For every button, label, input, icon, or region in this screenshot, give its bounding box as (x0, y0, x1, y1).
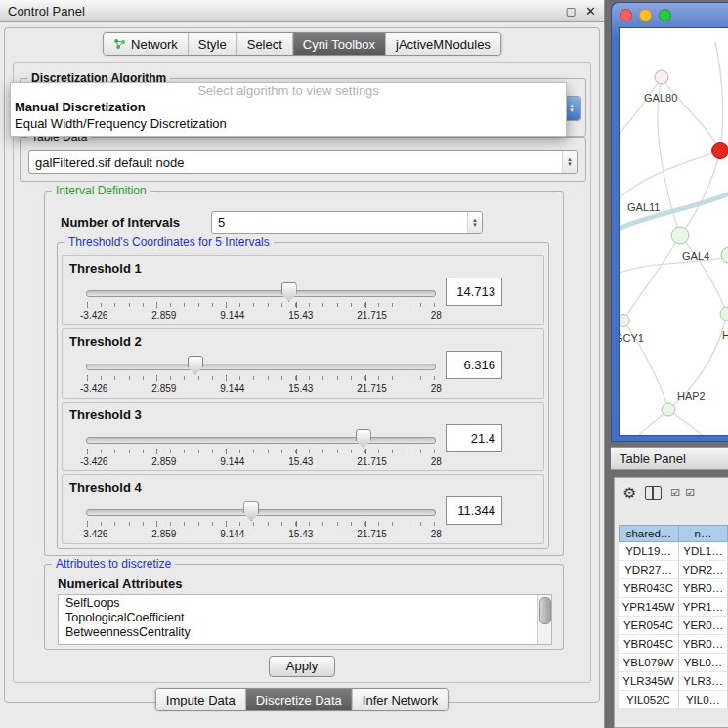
tab-jactivemnodules[interactable]: jActiveMNodules (385, 33, 500, 55)
threshold-value-field[interactable]: 6.316 (446, 351, 502, 379)
scale-label: 21.715 (357, 456, 387, 467)
tab-select[interactable]: Select (236, 33, 292, 55)
network-icon (113, 38, 126, 50)
node-gcy1[interactable] (620, 315, 630, 327)
tab-label: Cyni Toolbox (303, 37, 375, 52)
slider-track[interactable] (86, 364, 436, 370)
minimize-traffic-icon[interactable] (639, 9, 652, 21)
table-data-combo[interactable]: galFiltered.sif default node ▲ ▼ (28, 150, 578, 174)
slider-thumb[interactable] (243, 501, 259, 521)
threshold-slider[interactable]: -3.4262.8599.14415.4321.71528 (86, 281, 436, 322)
table-row[interactable]: YDL19…YDL1… (619, 542, 728, 561)
list-scrollbar[interactable] (537, 595, 551, 644)
table-cell[interactable]: YDR27… (619, 561, 679, 579)
table-row[interactable]: YLR345WYLR3… (619, 672, 728, 691)
tab-label: Impute Data (166, 693, 236, 707)
table-cell[interactable]: YDL1… (679, 542, 728, 561)
tab-impute-data[interactable]: Impute Data (156, 689, 245, 710)
select-columns-icon[interactable]: ☑ ☑ (670, 487, 696, 499)
stepper-down-icon: ▼ (569, 108, 575, 113)
attribute-list-item[interactable]: TopologicalCoefficient (65, 611, 537, 625)
attribute-list-item[interactable]: BetweennessCentrality (65, 625, 537, 640)
column-header-name[interactable]: n… (679, 525, 728, 542)
table-row[interactable]: YPR145WYPR1… (619, 598, 728, 617)
table-cell[interactable]: YIL0… (679, 691, 728, 709)
node-selected-red[interactable] (712, 143, 728, 159)
tab-network[interactable]: Network (104, 33, 188, 55)
apply-button[interactable]: Apply (269, 656, 335, 677)
threshold-value-field[interactable]: 11.344 (446, 496, 502, 525)
gear-icon[interactable]: ⚙ (622, 484, 636, 502)
table-cell[interactable]: YLR345W (619, 672, 679, 691)
column-header-shared[interactable]: shared… (619, 525, 679, 542)
threshold-slider[interactable]: -3.4262.8599.14415.4321.71528 (86, 428, 436, 469)
zoom-traffic-icon[interactable] (659, 9, 671, 21)
combo-stepper-icon[interactable]: ▲ ▼ (562, 151, 577, 173)
attribute-list-item[interactable]: SelfLoops (65, 596, 537, 611)
table-panel-titlebar[interactable]: Table Panel (611, 447, 728, 470)
table-cell[interactable]: YBL0… (679, 654, 728, 672)
bottom-tab-bar: Impute Data Discretize Data Infer Networ… (155, 688, 449, 711)
table-cell[interactable]: YPR1… (679, 598, 728, 617)
table-cell[interactable]: YBR0… (679, 579, 728, 598)
node-gal80[interactable] (655, 70, 668, 84)
threshold-slider[interactable]: -3.4262.8599.14415.4321.71528 (86, 355, 436, 396)
tab-infer-network[interactable]: Infer Network (352, 689, 448, 710)
node-label: GAL4 (682, 250, 709, 262)
close-traffic-icon[interactable] (620, 9, 632, 21)
table-cell[interactable]: YER054C (619, 617, 679, 635)
threshold-slider[interactable]: -3.4262.8599.14415.4321.71528 (86, 500, 436, 541)
popup-item-equal-width[interactable]: Equal Width/Frequency Discretization (11, 115, 566, 132)
table-cell[interactable]: YDR2… (679, 561, 728, 579)
table-row[interactable]: YIL052CYIL0… (619, 691, 728, 709)
slider-minor-ticks (87, 522, 435, 526)
table-cell[interactable]: YLR3… (679, 672, 728, 691)
table-row[interactable]: YBR045CYBR0… (619, 635, 728, 654)
columns-icon[interactable] (645, 486, 662, 500)
popup-item-manual[interactable]: Manual Discretization (11, 99, 566, 115)
network-canvas[interactable]: GAL80 GAL11 GAL4 GCY1 HAP2 H (619, 27, 728, 436)
node-gal4[interactable] (671, 227, 689, 244)
table-cell[interactable]: YBL079W (619, 654, 679, 672)
tab-cyni-toolbox[interactable]: Cyni Toolbox (292, 33, 385, 55)
threshold-value-field[interactable]: 21.4 (446, 424, 502, 452)
slider-thumb[interactable] (188, 356, 203, 375)
float-window-icon[interactable]: ▢ (566, 5, 576, 18)
node-label: GAL11 (627, 201, 660, 213)
table-header-row: shared… n… (619, 525, 728, 542)
slider-thumb[interactable] (356, 429, 371, 449)
tab-discretize-data[interactable]: Discretize Data (245, 689, 352, 710)
table-row[interactable]: YBL079WYBL0… (619, 654, 728, 672)
table-panel-title: Table Panel (620, 451, 686, 466)
node-hap2[interactable] (662, 403, 675, 416)
table-cell[interactable]: YIL052C (619, 691, 679, 709)
table-row[interactable]: YDR27…YDR2… (619, 561, 728, 579)
scale-label: 28 (431, 529, 442, 539)
scale-label: 28 (431, 310, 442, 321)
tab-style[interactable]: Style (188, 33, 236, 55)
table-cell[interactable]: YER0… (679, 617, 728, 635)
network-view-window[interactable]: GAL80 GAL11 GAL4 GCY1 HAP2 H (611, 2, 728, 442)
table-cell[interactable]: YDL19… (619, 542, 679, 561)
combo-stepper-icon[interactable]: ▲ ▼ (467, 212, 482, 233)
tab-label: Infer Network (363, 693, 438, 707)
close-icon[interactable]: ✕ (585, 4, 596, 19)
table-cell[interactable]: YPR145W (619, 598, 679, 617)
numerical-attributes-list[interactable]: SelfLoopsTopologicalCoefficientBetweenne… (58, 594, 552, 645)
slider-track[interactable] (86, 509, 436, 516)
slider-thumb[interactable] (281, 282, 297, 302)
slider-track[interactable] (86, 290, 436, 297)
node[interactable] (720, 307, 728, 321)
table-row[interactable]: YER054CYER0… (619, 617, 728, 635)
node[interactable] (721, 247, 728, 263)
table-cell[interactable]: YBR045C (619, 635, 679, 654)
table-row[interactable]: YBR043CYBR0… (619, 579, 728, 598)
slider-track[interactable] (86, 437, 436, 444)
threshold-value-field[interactable]: 14.713 (446, 278, 502, 306)
number-of-intervals-combo[interactable]: 5 ▲ ▼ (211, 211, 483, 234)
table-cell[interactable]: YBR0… (679, 635, 728, 654)
control-panel-titlebar[interactable]: Control Panel ▢ ✕ (0, 0, 604, 22)
table-cell[interactable]: YBR043C (619, 579, 679, 598)
scrollbar-thumb[interactable] (539, 597, 551, 624)
scale-label: 9.144 (220, 383, 244, 394)
